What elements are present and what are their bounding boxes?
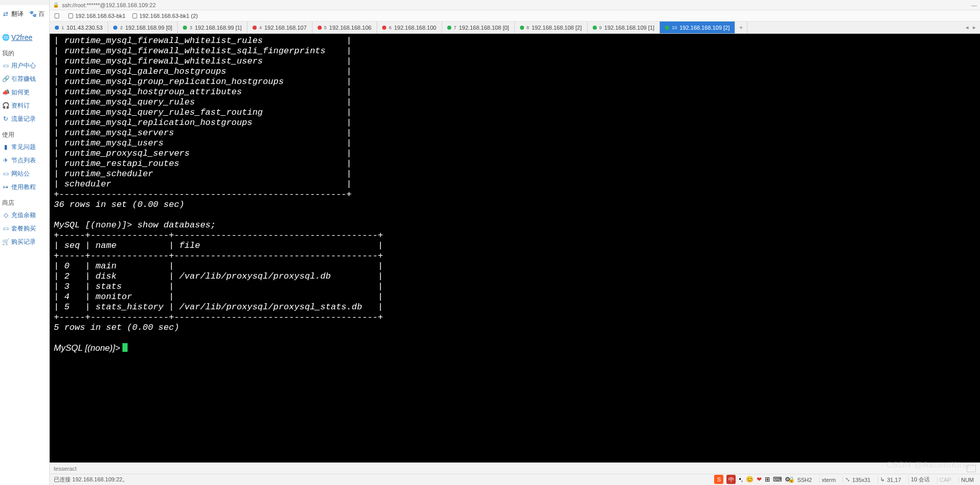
status-dot-icon: [665, 26, 669, 30]
ime-punct-icon[interactable]: •,: [739, 476, 743, 483]
svg-rect-1: [69, 13, 73, 18]
tabs-prev-icon[interactable]: ◂: [966, 24, 969, 31]
bookmark-item[interactable]: [54, 13, 61, 19]
session-tab[interactable]: 1101.43.230.53: [50, 22, 108, 33]
tab-index: 5: [324, 25, 327, 30]
sidebar-item-label: 用户中心: [11, 61, 36, 70]
window-titlebar: 🔒 ssh://root:******@192.168.168.109:22 —: [50, 0, 980, 10]
status-sessions: 10 会话: [908, 476, 932, 483]
terminal-footer: tesseract: [50, 462, 980, 474]
ime-kbd-icon[interactable]: ⌨: [773, 476, 782, 483]
sidebar-item-label: 网站公: [11, 170, 30, 178]
status-cursor: ↳ 31,17: [878, 476, 903, 483]
plan-icon: ▭: [2, 225, 9, 232]
bookmark-item[interactable]: 192.168.168.63-bk1 (2): [132, 13, 198, 19]
sidebar-item-label: 常见问题: [11, 143, 36, 152]
sidebar-item-label: 套餐购买: [11, 224, 36, 233]
session-tabstrip: 1101.43.230.532192.168.168.99 [0]3192.16…: [50, 22, 980, 34]
session-tab[interactable]: 7192.168.168.108 [0]: [442, 22, 515, 33]
status-dot-icon: [593, 26, 597, 30]
session-tab[interactable]: 9192.168.168.109 [1]: [588, 22, 660, 33]
status-dot-icon: [520, 26, 524, 30]
sidebar-item[interactable]: ▭套餐购买: [2, 222, 49, 235]
bookmark-label: 192.168.168.63-bk1: [75, 13, 126, 19]
sidebar-item-label: 资料订: [11, 101, 30, 110]
ime-emoji-icon[interactable]: 😊: [746, 476, 754, 483]
sidebar-item[interactable]: 📣如何更: [2, 86, 49, 99]
baidu-label: 百: [38, 10, 45, 18]
tab-index: 2: [120, 25, 122, 30]
status-term: xterm: [819, 477, 838, 483]
sidebar-item-label: 购买记录: [11, 238, 36, 246]
sidebar-item[interactable]: 🎧资料订: [2, 99, 49, 112]
status-connection: 已连接 192.168.168.109:22。: [54, 476, 128, 483]
status-dot-icon: [183, 26, 187, 30]
tab-index: 4: [259, 25, 262, 30]
sidebar-item[interactable]: ▭网站公: [2, 167, 49, 180]
topup-icon: ◇: [2, 212, 9, 219]
sidebar-item[interactable]: ✈节点列表: [2, 154, 49, 167]
sidebar-item[interactable]: ▮常见问题: [2, 140, 49, 154]
status-dot-icon: [55, 26, 59, 30]
tab-index: 6: [389, 25, 391, 30]
lock-icon: 🔒: [53, 2, 59, 8]
sidebar-item[interactable]: 🔗引荐赚钱: [2, 72, 49, 86]
file-icon: [132, 13, 138, 19]
terminal-output[interactable]: | runtime_mysql_firewall_whitelist_rules…: [50, 34, 980, 462]
tab-label: 192.168.168.109 [2]: [679, 25, 729, 31]
browser-sidebar: ⇄ 翻译 🐾 百 🌐 V2free 我的▭用户中心🔗引荐赚钱📣如何更🎧资料订↻流…: [0, 0, 50, 485]
sidebar-item[interactable]: ▭用户中心: [2, 59, 49, 72]
sidebar-item[interactable]: ↻流量记录: [2, 112, 49, 125]
file-icon: [68, 13, 74, 19]
session-tab[interactable]: 2192.168.168.99 [0]: [108, 22, 178, 33]
sidebar-section-header: 我的: [2, 49, 49, 58]
tab-label: 101.43.230.53: [67, 25, 102, 31]
status-dot-icon: [318, 26, 322, 30]
window-title: ssh://root:******@192.168.168.109:22: [62, 2, 156, 8]
bookmark-item[interactable]: 192.168.168.63-bk1: [68, 13, 126, 19]
node-icon: ✈: [2, 157, 9, 164]
sidebar-item-label: 流量记录: [11, 115, 36, 123]
sidebar-item-label: 引荐赚钱: [11, 75, 36, 83]
tab-label: 192.168.168.99 [1]: [195, 25, 242, 31]
sidebar-item-label: 节点列表: [11, 156, 36, 165]
minimize-button[interactable]: —: [971, 2, 977, 8]
status-dot-icon: [253, 26, 257, 30]
tab-index: 7: [454, 25, 456, 30]
new-tab-button[interactable]: ＋: [735, 22, 747, 33]
sidebar-item[interactable]: ↦使用教程: [2, 180, 49, 194]
ime-gear-icon[interactable]: ⚙: [785, 476, 790, 483]
session-tab[interactable]: 10192.168.168.109 [2]: [660, 22, 735, 33]
session-tab[interactable]: 8192.168.168.108 [2]: [515, 22, 588, 33]
status-dot-icon: [113, 26, 117, 30]
faq-icon: ▮: [2, 143, 9, 151]
baidu-icon: 🐾: [29, 10, 36, 17]
sidebar-section-header: 使用: [2, 131, 49, 139]
session-tab[interactable]: 5192.168.168.106: [312, 22, 378, 33]
ime-heart-icon[interactable]: ❤: [757, 476, 762, 483]
ann-icon: ▭: [2, 170, 9, 177]
globe-icon: 🌐: [2, 34, 9, 41]
session-tab[interactable]: 4192.168.168.107: [247, 22, 312, 33]
sub-icon: 🎧: [2, 102, 9, 109]
tab-label: 192.168.168.99 [0]: [125, 25, 172, 31]
translate-link[interactable]: ⇄ 翻译 🐾 百: [2, 7, 49, 20]
ime-zh-icon[interactable]: 中: [726, 475, 736, 484]
traffic-icon: ↻: [2, 115, 9, 122]
tabs-next-icon[interactable]: ▸: [973, 24, 976, 31]
tab-label: 192.168.168.108 [0]: [459, 25, 509, 31]
svg-rect-0: [55, 13, 59, 18]
logo-link[interactable]: 🌐 V2free: [2, 31, 49, 44]
sogou-icon[interactable]: S: [714, 475, 723, 484]
scroll-indicator[interactable]: [967, 465, 976, 472]
session-tab[interactable]: 3192.168.168.99 [1]: [178, 22, 247, 33]
tab-label: 192.168.168.109 [1]: [604, 25, 655, 31]
session-tab[interactable]: 6192.168.168.100: [377, 22, 442, 33]
sidebar-item[interactable]: ◇充值余额: [2, 208, 49, 222]
how-icon: 📣: [2, 89, 9, 96]
ime-grid-icon[interactable]: ⊞: [765, 476, 770, 483]
tab-index: 10: [672, 25, 677, 30]
sidebar-item[interactable]: 🛒购买记录: [2, 235, 49, 248]
status-dot-icon: [382, 26, 386, 30]
tab-label: 192.168.168.107: [264, 25, 307, 31]
